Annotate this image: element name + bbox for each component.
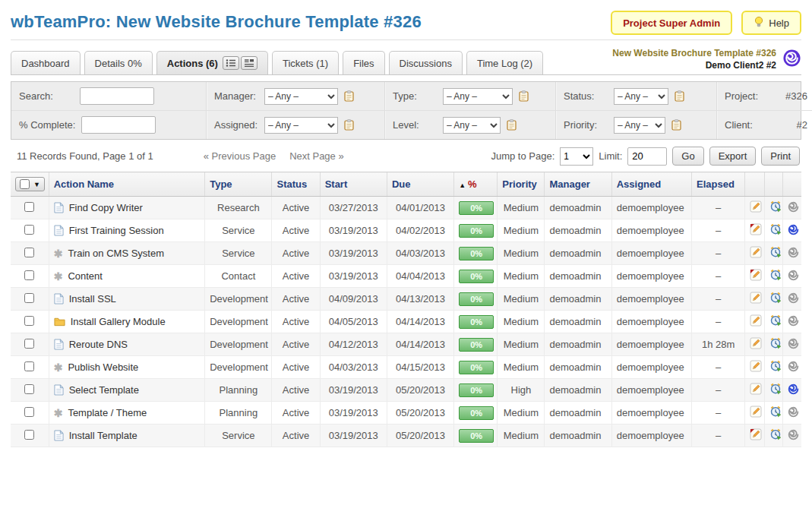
action-name-link[interactable]: Train on CMS System	[68, 248, 164, 259]
priority-select[interactable]: – Any –	[614, 117, 665, 134]
tab-tickets[interactable]: Tickets (1)	[272, 51, 339, 74]
type-select[interactable]: – Any –	[443, 88, 513, 105]
edit-icon[interactable]	[750, 360, 762, 372]
row-checkbox[interactable]	[24, 316, 34, 326]
assigned-select[interactable]: – Any –	[264, 117, 338, 134]
timer-icon[interactable]	[769, 428, 782, 440]
edit-icon[interactable]	[750, 337, 762, 349]
row-checkbox[interactable]	[24, 430, 34, 440]
timer-icon[interactable]	[769, 360, 782, 372]
clipboard-icon[interactable]	[344, 119, 354, 131]
clipboard-icon[interactable]	[507, 119, 517, 131]
action-name-link[interactable]: Install SSL	[69, 293, 116, 305]
tab-dashboard[interactable]: Dashboard	[11, 51, 81, 74]
spiral-gray-icon[interactable]	[788, 406, 799, 418]
next-page-link[interactable]: Next Page »	[289, 150, 344, 162]
timer-icon[interactable]	[769, 406, 782, 418]
spiral-gray-icon[interactable]	[788, 338, 799, 349]
timer-icon[interactable]	[769, 223, 782, 235]
edit-icon[interactable]	[750, 200, 762, 213]
timer-icon[interactable]	[769, 246, 782, 258]
edit-icon[interactable]	[750, 292, 762, 304]
row-checkbox[interactable]	[24, 202, 34, 212]
tab-timelog[interactable]: Time Log (2)	[466, 51, 543, 74]
export-button[interactable]: Export	[709, 147, 757, 166]
spiral-gray-icon[interactable]	[788, 270, 799, 281]
col-status[interactable]: Status	[272, 172, 320, 197]
clipboard-icon[interactable]	[344, 90, 354, 102]
tab-actions[interactable]: Actions (6)	[156, 51, 268, 74]
col-due[interactable]: Due	[387, 172, 453, 197]
spiral-gray-icon[interactable]	[788, 201, 799, 213]
edit-icon[interactable]	[750, 314, 762, 327]
timer-icon[interactable]	[769, 337, 782, 349]
col-type[interactable]: Type	[205, 172, 272, 197]
row-checkbox[interactable]	[24, 361, 34, 371]
row-checkbox[interactable]	[24, 339, 34, 349]
spiral-gray-icon[interactable]	[788, 292, 799, 304]
spiral-gray-icon[interactable]	[788, 361, 799, 372]
timer-icon[interactable]	[769, 200, 782, 213]
spiral-gray-icon[interactable]	[788, 429, 799, 440]
action-name-link[interactable]: Install Gallery Module	[71, 316, 166, 327]
col-start[interactable]: Start	[320, 172, 387, 197]
timer-icon[interactable]	[769, 383, 782, 395]
manager-select[interactable]: – Any –	[264, 88, 338, 105]
action-name-link[interactable]: Content	[68, 270, 103, 282]
percent-complete-input[interactable]	[81, 116, 156, 134]
limit-input[interactable]	[627, 147, 667, 166]
help-button[interactable]: Help	[741, 11, 801, 35]
clipboard-icon[interactable]	[671, 119, 681, 131]
level-select[interactable]: – Any –	[443, 117, 501, 134]
manager-cell: demoadmin	[545, 311, 611, 333]
project-super-admin-button[interactable]: Project Super Admin	[611, 11, 732, 35]
edit-icon[interactable]	[750, 406, 762, 418]
spiral-gray-icon[interactable]	[788, 247, 799, 258]
edit-icon[interactable]	[750, 246, 762, 258]
edit-flagged-icon[interactable]	[750, 428, 762, 440]
action-name-link[interactable]: First Training Session	[69, 225, 164, 236]
timer-icon[interactable]	[769, 269, 782, 281]
col-manager[interactable]: Manager	[545, 172, 611, 197]
col-priority[interactable]: Priority	[498, 172, 545, 197]
tab-discussions[interactable]: Discussions	[389, 51, 463, 74]
detail-view-icon[interactable]	[241, 56, 258, 70]
timer-icon[interactable]	[769, 292, 782, 304]
edit-icon[interactable]	[750, 383, 762, 395]
edit-flagged-icon[interactable]	[750, 223, 762, 235]
select-all-checkbox[interactable]	[20, 179, 30, 189]
list-view-icon[interactable]	[223, 56, 239, 70]
jump-to-page-select[interactable]: 1	[560, 147, 593, 166]
row-checkbox[interactable]	[24, 248, 34, 257]
status-select[interactable]: – Any –	[614, 88, 668, 105]
previous-page-link[interactable]: « Previous Page	[204, 150, 276, 162]
action-name-link[interactable]: Find Copy Writer	[69, 202, 143, 213]
search-input[interactable]	[80, 87, 154, 105]
timer-icon[interactable]	[769, 314, 782, 327]
go-button[interactable]: Go	[672, 147, 703, 166]
action-name-link[interactable]: Reroute DNS	[69, 339, 128, 350]
action-name-link[interactable]: Publish Website	[68, 361, 138, 373]
row-checkbox[interactable]	[24, 407, 34, 417]
action-name-link[interactable]: Template / Theme	[68, 407, 147, 418]
select-all-button[interactable]: ▼	[15, 177, 45, 191]
row-checkbox[interactable]	[24, 384, 34, 394]
col-percent[interactable]: ▲%	[454, 172, 498, 197]
print-button[interactable]: Print	[761, 147, 800, 166]
col-assigned[interactable]: Assigned	[611, 172, 691, 197]
clipboard-icon[interactable]	[519, 90, 529, 102]
action-name-link[interactable]: Install Template	[69, 430, 137, 441]
spiral-blue-icon[interactable]	[788, 224, 799, 235]
action-name-link[interactable]: Select Template	[69, 384, 139, 396]
tab-details[interactable]: Details 0%	[84, 51, 153, 74]
row-checkbox[interactable]	[24, 225, 34, 235]
spiral-blue-icon[interactable]	[788, 383, 799, 395]
clipboard-icon[interactable]	[675, 90, 684, 102]
tab-files[interactable]: Files	[343, 51, 384, 74]
edit-flagged-icon[interactable]	[750, 269, 762, 281]
col-action-name[interactable]: Action Name	[49, 172, 205, 197]
row-checkbox[interactable]	[24, 293, 34, 303]
col-elapsed[interactable]: Elapsed	[692, 172, 745, 197]
spiral-gray-icon[interactable]	[788, 315, 799, 327]
row-checkbox[interactable]	[24, 270, 34, 280]
